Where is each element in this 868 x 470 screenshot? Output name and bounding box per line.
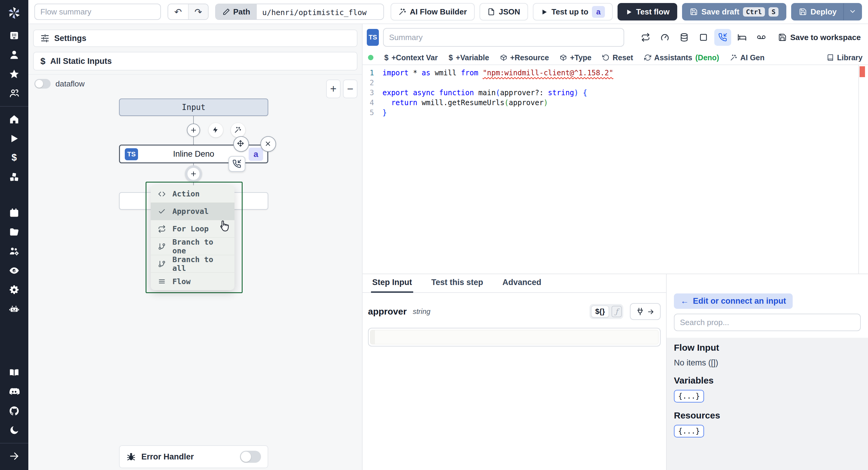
- sidebar-star-icon[interactable]: [0, 64, 28, 84]
- sidebar-user-icon[interactable]: [0, 45, 28, 64]
- flow-summary-input[interactable]: [34, 4, 161, 20]
- menu-item-for-loop[interactable]: For Loop: [151, 220, 235, 238]
- sidebar-bot-icon[interactable]: [0, 300, 28, 319]
- sidebar-arrow-right-icon[interactable]: [0, 446, 28, 466]
- dollar-icon: $: [448, 53, 453, 62]
- retries-button[interactable]: [637, 29, 654, 46]
- flow-input-heading: Flow Input: [674, 343, 861, 353]
- suspend-button[interactable]: [714, 29, 731, 46]
- sidebar-play-icon[interactable]: [0, 129, 28, 148]
- topbar: ↶ ↷ Path AI Flow Builder JSON Test up to…: [28, 0, 868, 24]
- sleep-button[interactable]: [734, 29, 750, 46]
- tab-advanced[interactable]: Advanced: [501, 274, 542, 293]
- ai-gen-button[interactable]: AI Gen: [730, 53, 765, 62]
- early-stop-button[interactable]: [656, 29, 673, 46]
- sidebar-github-icon[interactable]: [0, 401, 28, 420]
- path-input[interactable]: [257, 4, 383, 20]
- error-handler-toggle[interactable]: [240, 451, 261, 463]
- edge: [193, 116, 194, 124]
- add-step-button-hover[interactable]: [185, 165, 202, 182]
- reset-button[interactable]: Reset: [602, 53, 633, 62]
- sidebar-discord-icon[interactable]: [0, 382, 28, 401]
- edit-or-connect-button[interactable]: ← Edit or connect an input: [674, 293, 793, 309]
- sidebar-book-open-icon[interactable]: [0, 363, 28, 382]
- sidebar-users-gear-icon[interactable]: [0, 242, 28, 261]
- path-control: Path: [215, 4, 384, 20]
- dataflow-label: dataflow: [56, 79, 85, 89]
- resources-heading: Resources: [674, 410, 861, 420]
- menu-icon: [158, 278, 166, 285]
- assistants-button[interactable]: Assistants(Deno): [644, 53, 719, 62]
- step-options-icons: [637, 29, 770, 46]
- deploy-button[interactable]: Deploy: [791, 3, 862, 21]
- sidebar-gear-icon[interactable]: [0, 280, 28, 300]
- sidebar-divider: [0, 106, 28, 107]
- field-value-editor[interactable]: [368, 328, 661, 346]
- summary-input[interactable]: [383, 28, 624, 47]
- mock-button[interactable]: [695, 29, 712, 46]
- library-button[interactable]: Library: [827, 53, 863, 62]
- search-prop-input[interactable]: [674, 314, 861, 331]
- save-icon: [778, 33, 786, 41]
- sidebar-dollar-icon[interactable]: $: [0, 148, 28, 167]
- chevron-down-icon[interactable]: [849, 7, 857, 16]
- static-mode-button[interactable]: ${}: [591, 306, 609, 318]
- windmill-logo-icon[interactable]: [0, 0, 28, 26]
- error-handler-card[interactable]: Error Handler: [119, 445, 268, 468]
- sidebar-home-icon[interactable]: [0, 110, 28, 129]
- javascript-mode-button[interactable]: ƒ: [612, 306, 622, 317]
- git-branch-icon: [158, 243, 166, 250]
- sidebar-folder-icon[interactable]: [0, 222, 28, 242]
- zoom-out-button[interactable]: −: [343, 80, 358, 98]
- input-node[interactable]: Input: [119, 98, 268, 116]
- flow-settings-card[interactable]: Settings: [33, 30, 358, 47]
- save-draft-button[interactable]: Save draft Ctrl S: [682, 3, 786, 21]
- redo-button[interactable]: ↷: [188, 4, 208, 19]
- save-to-workspace-button[interactable]: Save to workspace: [774, 33, 864, 42]
- variables-object-badge[interactable]: {...}: [674, 390, 704, 403]
- menu-item-branch-to-all[interactable]: Branch to all: [151, 255, 235, 273]
- json-button[interactable]: JSON: [479, 3, 528, 21]
- path-button[interactable]: Path: [216, 4, 257, 19]
- menu-item-branch-to-one[interactable]: Branch to one: [151, 238, 235, 255]
- move-node-button[interactable]: [233, 136, 249, 152]
- context-var-button[interactable]: $+Context Var: [384, 53, 438, 62]
- test-up-to-button[interactable]: Test up to a: [533, 3, 613, 21]
- type-button[interactable]: +Type: [560, 53, 591, 62]
- sidebar-eye-icon[interactable]: [0, 261, 28, 280]
- tab-step-input[interactable]: Step Input: [371, 274, 413, 293]
- add-step-button[interactable]: [187, 124, 200, 137]
- book-icon: [827, 54, 834, 61]
- sidebar-moon-icon[interactable]: [0, 420, 28, 440]
- code-icon: [158, 190, 166, 198]
- sidebar-users-icon[interactable]: [0, 84, 28, 103]
- arrow-right-icon: [647, 308, 655, 315]
- resources-object-badge[interactable]: {...}: [674, 425, 704, 437]
- concurrency-button[interactable]: [753, 29, 770, 46]
- menu-item-approval[interactable]: Approval: [151, 203, 235, 220]
- tab-test-this-step[interactable]: Test this step: [430, 274, 484, 293]
- ai-flow-builder-button[interactable]: AI Flow Builder: [391, 3, 475, 21]
- undo-button[interactable]: ↶: [168, 4, 188, 19]
- connect-input-button[interactable]: [630, 303, 661, 320]
- cache-button[interactable]: [676, 29, 692, 46]
- sidebar-boxes-icon[interactable]: [0, 167, 28, 187]
- dataflow-toggle[interactable]: [34, 79, 51, 89]
- zoom-in-button[interactable]: +: [326, 80, 341, 98]
- menu-item-flow[interactable]: Flow: [151, 273, 235, 290]
- sidebar-calendar-icon[interactable]: [0, 203, 28, 222]
- delete-node-button[interactable]: [260, 136, 276, 152]
- code-editor[interactable]: 1import * as wmill from "npm:windmill-cl…: [363, 65, 868, 274]
- editor-toolbar: $+Context Var$+Variable+Resource+TypeRes…: [363, 51, 868, 65]
- test-flow-button[interactable]: Test flow: [618, 3, 678, 21]
- deno-language-label: (Deno): [695, 53, 719, 62]
- add-trigger-button[interactable]: [209, 123, 223, 137]
- variable-button[interactable]: $+Variable: [448, 53, 489, 62]
- prop-picker: Flow Input No items ([]) Variables {...}…: [667, 338, 868, 470]
- suspend-badge[interactable]: [228, 156, 245, 172]
- resource-button[interactable]: +Resource: [500, 53, 549, 62]
- ai-suggest-button[interactable]: [231, 123, 245, 137]
- menu-item-action[interactable]: Action: [151, 185, 235, 203]
- all-static-inputs-card[interactable]: $ All Static Inputs: [33, 52, 358, 70]
- sidebar-grid-icon[interactable]: [0, 26, 28, 45]
